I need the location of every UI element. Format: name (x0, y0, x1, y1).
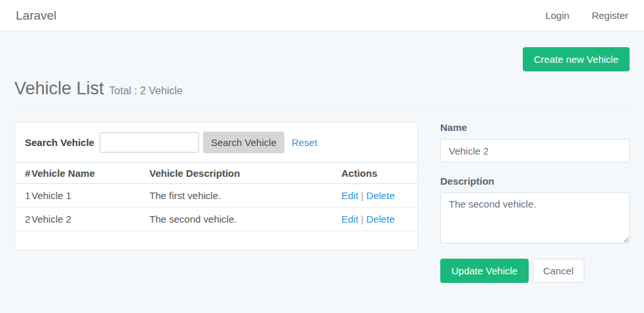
register-link[interactable]: Register (592, 10, 628, 21)
link-separator: | (361, 190, 364, 201)
name-label: Name (440, 122, 630, 133)
search-label: Search Vehicle (25, 137, 94, 148)
page-title: Vehicle List (14, 79, 104, 99)
top-actions: Create new Vehicle (14, 47, 630, 71)
description-label: Description (440, 175, 630, 187)
vehicle-list-card: Search Vehicle Search Vehicle Reset # Ve… (14, 122, 418, 250)
table-row: 2 Vehicle 2 The second vehicle. Edit | D… (15, 208, 417, 231)
create-vehicle-button[interactable]: Create new Vehicle (523, 47, 630, 71)
page-heading: Vehicle List Total : 2 Vehicle (14, 79, 630, 99)
cell-name: Vehicle 2 (31, 208, 149, 231)
page-subtitle: Total : 2 Vehicle (109, 85, 183, 97)
cell-id: 1 (15, 184, 31, 208)
nav-links: Login Register (545, 10, 628, 21)
header-actions: Actions (341, 163, 417, 184)
cancel-button[interactable]: Cancel (533, 259, 584, 283)
edit-link[interactable]: Edit (341, 190, 358, 201)
edit-link[interactable]: Edit (341, 213, 358, 225)
name-input[interactable] (440, 139, 630, 162)
content-columns: Search Vehicle Search Vehicle Reset # Ve… (14, 122, 630, 283)
search-button[interactable]: Search Vehicle (203, 132, 284, 153)
update-vehicle-button[interactable]: Update Vehicle (440, 259, 529, 283)
name-field-group: Name (440, 122, 630, 162)
vehicle-edit-form: Name Description The second vehicle. Upd… (440, 122, 630, 283)
cell-name: Vehicle 1 (31, 184, 149, 208)
heading-divider (14, 107, 630, 107)
description-field-group: Description The second vehicle. (440, 175, 630, 246)
form-buttons: Update Vehicle Cancel (440, 259, 630, 283)
table-row: 1 Vehicle 1 The first vehicle. Edit | De… (15, 184, 417, 208)
delete-link[interactable]: Delete (366, 190, 394, 201)
cell-actions: Edit | Delete (341, 208, 417, 231)
reset-link[interactable]: Reset (292, 137, 317, 148)
brand-link[interactable]: Laravel (16, 9, 56, 23)
navbar: Laravel Login Register (0, 0, 644, 31)
description-textarea[interactable]: The second vehicle. (440, 193, 630, 244)
cell-description: The second vehicle. (149, 208, 341, 231)
delete-link[interactable]: Delete (366, 213, 394, 225)
header-description: Vehicle Description (149, 163, 341, 184)
vehicle-table: # Vehicle Name Vehicle Description Actio… (15, 162, 417, 231)
search-form: Search Vehicle Search Vehicle Reset (15, 122, 417, 162)
cell-actions: Edit | Delete (341, 184, 417, 208)
header-id: # (15, 163, 31, 184)
cell-description: The first vehicle. (149, 184, 341, 208)
search-input[interactable] (100, 132, 199, 153)
main-container: Create new Vehicle Vehicle List Total : … (0, 47, 644, 283)
login-link[interactable]: Login (545, 10, 569, 21)
table-header-row: # Vehicle Name Vehicle Description Actio… (15, 163, 417, 184)
link-separator: | (361, 213, 364, 225)
cell-id: 2 (15, 208, 31, 231)
header-name: Vehicle Name (31, 163, 149, 184)
